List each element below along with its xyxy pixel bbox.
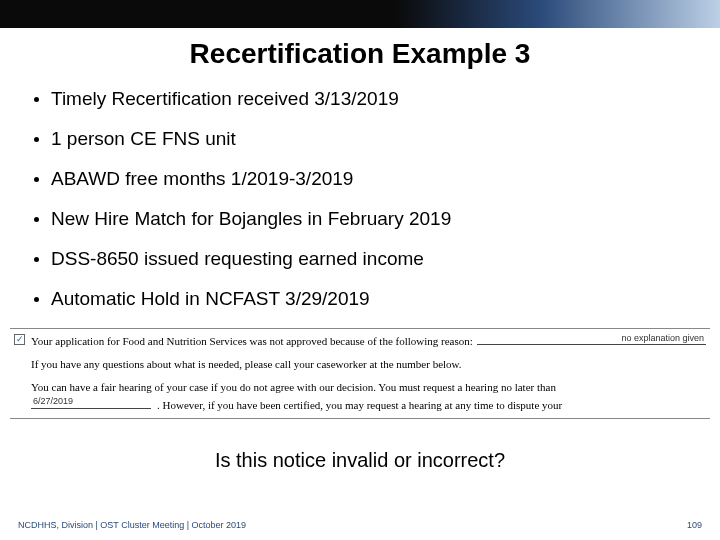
list-item: Automatic Hold in NCFAST 3/29/2019 [30,288,690,310]
header-bar [0,0,720,28]
reason-text: no explanation given [621,332,704,344]
notice-excerpt: ✓ Your application for Food and Nutritio… [10,328,710,419]
notice-row-reason: ✓ Your application for Food and Nutritio… [14,332,706,349]
reason-wrap: Your application for Food and Nutrition … [31,332,706,349]
bullet-text: DSS-8650 issued requesting earned income [51,248,424,270]
list-item: ABAWD free months 1/2019-3/2019 [30,168,690,190]
bullet-icon [34,177,39,182]
bullet-text: Automatic Hold in NCFAST 3/29/2019 [51,288,370,310]
slide-title: Recertification Example 3 [0,38,720,70]
bullet-list: Timely Recertification received 3/13/201… [30,88,690,310]
bullet-icon [34,137,39,142]
footer: NCDHHS, Division | OST Cluster Meeting |… [0,520,720,530]
bullet-text: ABAWD free months 1/2019-3/2019 [51,168,353,190]
slide: Recertification Example 3 Timely Recerti… [0,0,720,540]
bullet-text: New Hire Match for Bojangles in February… [51,208,451,230]
hearing-date: 6/27/2019 [33,395,73,407]
reason-blank-line: no explanation given [477,332,706,345]
bullet-icon [34,97,39,102]
list-item: 1 person CE FNS unit [30,128,690,150]
checkbox-icon: ✓ [14,334,25,345]
bullet-icon [34,217,39,222]
list-item: DSS-8650 issued requesting earned income [30,248,690,270]
slide-question: Is this notice invalid or incorrect? [0,449,720,472]
bullet-text: 1 person CE FNS unit [51,128,236,150]
notice-date-row: 6/27/2019 . However, if you have been ce… [31,396,706,413]
page-number: 109 [687,520,702,530]
bullet-icon [34,297,39,302]
list-item: Timely Recertification received 3/13/201… [30,88,690,110]
notice-line1: Your application for Food and Nutrition … [31,334,473,349]
bullet-text: Timely Recertification received 3/13/201… [51,88,399,110]
footer-left: NCDHHS, Division | OST Cluster Meeting |… [18,520,246,530]
date-blank-line: 6/27/2019 [31,396,151,409]
notice-line3b: . However, if you have been certified, y… [157,398,562,413]
notice-line2: If you have any questions about what is … [31,357,706,372]
list-item: New Hire Match for Bojangles in February… [30,208,690,230]
notice-line3a: You can have a fair hearing of your case… [31,380,706,395]
checkmark-icon: ✓ [16,333,24,345]
bullet-icon [34,257,39,262]
